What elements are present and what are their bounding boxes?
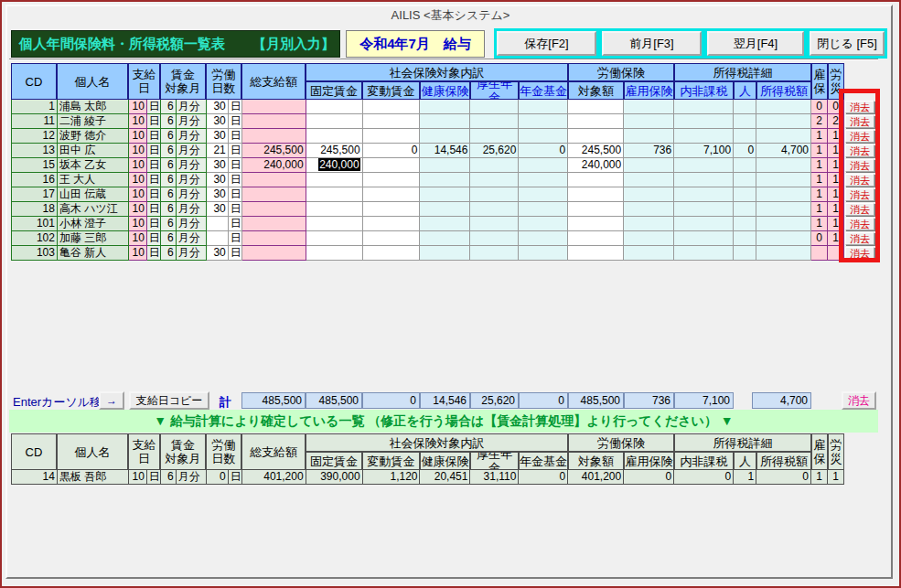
cell-tax[interactable] bbox=[756, 173, 811, 187]
cell-employment[interactable] bbox=[624, 231, 674, 246]
cell-fixed[interactable] bbox=[306, 246, 363, 261]
cell-tax[interactable] bbox=[756, 129, 811, 144]
cell-total[interactable] bbox=[242, 231, 306, 246]
cell-koho[interactable]: 1 bbox=[811, 173, 828, 187]
cell-name[interactable]: 王 大人 bbox=[58, 173, 129, 187]
cell-people[interactable] bbox=[734, 246, 756, 261]
cell-health[interactable] bbox=[420, 129, 470, 144]
cell-target[interactable] bbox=[568, 129, 624, 144]
cell-health[interactable] bbox=[420, 231, 470, 246]
cell-variable[interactable] bbox=[363, 202, 421, 217]
cell-cd[interactable]: 103 bbox=[12, 246, 58, 261]
cell-pay_day[interactable]: 10 bbox=[129, 173, 147, 187]
cell-employment[interactable]: 736 bbox=[624, 144, 674, 158]
cell-wage_month[interactable]: 6 bbox=[161, 217, 177, 231]
cell-work_days[interactable]: 21 bbox=[207, 144, 229, 158]
cell-fund[interactable] bbox=[519, 173, 568, 187]
cell-nontax[interactable] bbox=[674, 246, 734, 261]
cell-cd[interactable]: 17 bbox=[12, 187, 58, 202]
cell-cd[interactable]: 18 bbox=[12, 202, 58, 217]
cell-name[interactable]: 波野 徳介 bbox=[58, 129, 129, 144]
cell-nontax[interactable] bbox=[674, 202, 734, 217]
cell-work_days[interactable]: 30 bbox=[207, 187, 229, 202]
cell-tax[interactable] bbox=[756, 114, 811, 129]
cell-people[interactable] bbox=[734, 129, 756, 144]
cell-pension[interactable] bbox=[470, 129, 519, 144]
cell-fund[interactable] bbox=[519, 202, 568, 217]
cell-work_days[interactable]: 30 bbox=[207, 114, 229, 129]
cell-health[interactable] bbox=[420, 217, 470, 231]
cell-pay_day[interactable]: 10 bbox=[129, 187, 147, 202]
cell-nontax[interactable] bbox=[674, 173, 734, 187]
cell-employment[interactable] bbox=[624, 129, 674, 144]
cell-tax[interactable] bbox=[756, 231, 811, 246]
cell-fixed[interactable] bbox=[306, 231, 363, 246]
cell-target[interactable] bbox=[568, 173, 624, 187]
cell-people[interactable] bbox=[734, 217, 756, 231]
cell-wage_month[interactable]: 6 bbox=[161, 158, 177, 173]
cell-variable[interactable] bbox=[363, 173, 421, 187]
cell-employment[interactable] bbox=[624, 202, 674, 217]
cell-pay_day[interactable]: 10 bbox=[129, 100, 147, 114]
cell-nontax[interactable] bbox=[674, 114, 734, 129]
cell-pension[interactable] bbox=[470, 217, 519, 231]
cell-people[interactable] bbox=[734, 173, 756, 187]
cell-fixed[interactable] bbox=[306, 173, 363, 187]
pay-day-copy-button[interactable]: 支給日コピー bbox=[129, 391, 209, 410]
cell-pension[interactable] bbox=[470, 100, 519, 114]
cell-koho[interactable]: 2 bbox=[811, 114, 828, 129]
cell-health[interactable]: 14,546 bbox=[420, 144, 470, 158]
cell-fixed[interactable]: 240,000 bbox=[306, 158, 363, 173]
cell-cd[interactable]: 12 bbox=[12, 129, 58, 144]
cell-variable[interactable] bbox=[363, 187, 421, 202]
cell-tax[interactable] bbox=[756, 187, 811, 202]
cell-fixed[interactable]: 245,500 bbox=[306, 144, 363, 158]
cell-pension[interactable] bbox=[470, 202, 519, 217]
cell-employment[interactable] bbox=[624, 158, 674, 173]
cell-name[interactable]: 二浦 綾子 bbox=[58, 114, 129, 129]
cell-target[interactable]: 245,500 bbox=[568, 144, 624, 158]
cell-variable[interactable]: 0 bbox=[363, 144, 421, 158]
cell-cd[interactable]: 102 bbox=[12, 231, 58, 246]
cell-variable[interactable] bbox=[363, 246, 421, 261]
cell-wage_month[interactable]: 6 bbox=[161, 246, 177, 261]
cell-target[interactable] bbox=[568, 187, 624, 202]
cell-fund[interactable] bbox=[519, 246, 568, 261]
cell-pay_day[interactable]: 10 bbox=[129, 217, 147, 231]
cell-koho[interactable]: 0 bbox=[811, 100, 828, 114]
cell-nontax[interactable] bbox=[674, 187, 734, 202]
cell-people[interactable] bbox=[734, 231, 756, 246]
cell-fixed[interactable] bbox=[306, 114, 363, 129]
cell-work_days[interactable]: 30 bbox=[207, 158, 229, 173]
cell-fund[interactable] bbox=[519, 100, 568, 114]
cell-koho[interactable]: 1 bbox=[811, 144, 828, 158]
cell-pay_day[interactable]: 10 bbox=[129, 129, 147, 144]
cell-tax[interactable] bbox=[756, 158, 811, 173]
cell-health[interactable] bbox=[420, 187, 470, 202]
cell-total[interactable] bbox=[242, 114, 306, 129]
cell-total[interactable] bbox=[242, 100, 306, 114]
cell-wage_month[interactable]: 6 bbox=[161, 129, 177, 144]
cell-health[interactable] bbox=[420, 158, 470, 173]
cell-tax[interactable] bbox=[756, 246, 811, 261]
cell-fixed[interactable] bbox=[306, 129, 363, 144]
cell-fund[interactable] bbox=[519, 158, 568, 173]
cell-fixed[interactable] bbox=[306, 217, 363, 231]
save-button[interactable]: 保存[F2] bbox=[497, 31, 596, 56]
cell-fixed[interactable] bbox=[306, 202, 363, 217]
cell-cd[interactable]: 11 bbox=[12, 114, 58, 129]
cell-variable[interactable] bbox=[363, 158, 421, 173]
cell-nontax[interactable] bbox=[674, 129, 734, 144]
cell-nontax[interactable]: 7,100 bbox=[674, 144, 734, 158]
cell-wage_month[interactable]: 6 bbox=[161, 114, 177, 129]
cell-cd[interactable]: 101 bbox=[12, 217, 58, 231]
cell-wage_month[interactable]: 6 bbox=[161, 173, 177, 187]
cell-wage_month[interactable]: 6 bbox=[161, 187, 177, 202]
cell-target[interactable] bbox=[568, 202, 624, 217]
cell-total[interactable] bbox=[242, 187, 306, 202]
cell-fund[interactable] bbox=[519, 114, 568, 129]
cell-variable[interactable] bbox=[363, 129, 421, 144]
cell-health[interactable] bbox=[420, 246, 470, 261]
cell-employment[interactable] bbox=[624, 173, 674, 187]
cell-pay_day[interactable]: 10 bbox=[129, 246, 147, 261]
